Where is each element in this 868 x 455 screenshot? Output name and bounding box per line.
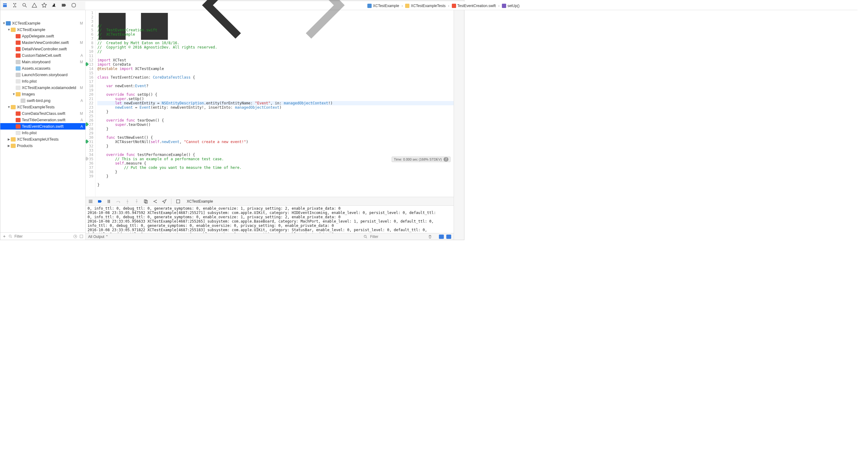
- line-number[interactable]: 5: [86, 28, 93, 32]
- tree-row[interactable]: AppDelegate.swift: [0, 33, 85, 39]
- tree-row[interactable]: MasterViewController.swiftM: [0, 39, 85, 46]
- line-number[interactable]: 35: [86, 157, 93, 161]
- report-navigator-icon[interactable]: [71, 2, 76, 8]
- utilities-rail[interactable]: [454, 10, 464, 240]
- code-line[interactable]: let newEventEntity = NSEntityDescription…: [97, 101, 454, 105]
- code-line[interactable]: [97, 88, 454, 92]
- disclosure-triangle-icon[interactable]: ▼: [12, 92, 16, 96]
- tree-row[interactable]: Assets.xcassets: [0, 65, 85, 71]
- code-line[interactable]: // Put the code you want to measure the …: [97, 165, 454, 170]
- line-number[interactable]: 4: [86, 24, 93, 28]
- line-number[interactable]: 25: [86, 114, 93, 118]
- simulate-location-icon[interactable]: [162, 199, 167, 204]
- code-line[interactable]: @testable import XCTestExample: [97, 67, 454, 71]
- source-control-navigator-icon[interactable]: [12, 2, 18, 8]
- line-number[interactable]: 36: [86, 161, 93, 165]
- debug-target-label[interactable]: XCTestExample: [187, 199, 213, 203]
- test-success-icon[interactable]: [86, 122, 89, 127]
- code-line[interactable]: XCTAssertNotNil(self.newEvent, "Cannot c…: [97, 140, 454, 144]
- line-number[interactable]: 32: [86, 144, 93, 148]
- line-number[interactable]: 3: [86, 19, 93, 24]
- code-line[interactable]: override func setUp() {: [97, 92, 454, 97]
- breakpoints-toggle-icon[interactable]: [97, 199, 102, 204]
- step-over-icon[interactable]: [116, 199, 121, 204]
- code-line[interactable]: override func testPerformanceExample() {: [97, 153, 454, 157]
- tree-row[interactable]: TestEventCreation.swiftA: [0, 123, 85, 130]
- code-line[interactable]: //: [97, 50, 454, 54]
- line-number[interactable]: 10: [86, 50, 93, 54]
- line-number[interactable]: 26: [86, 118, 93, 123]
- line-number[interactable]: 9: [86, 45, 93, 50]
- line-number[interactable]: 22: [86, 101, 93, 105]
- code-area[interactable]: //// TestEventCreation.swift// XCTestExa…: [95, 11, 454, 197]
- code-line[interactable]: var newEvent:Event?: [97, 84, 454, 88]
- line-number[interactable]: 20: [86, 92, 93, 97]
- line-number[interactable]: 29: [86, 131, 93, 135]
- issue-navigator-icon[interactable]: [32, 2, 37, 8]
- line-number[interactable]: 27: [86, 123, 93, 127]
- code-line[interactable]: // Copyright © 2016 AgnosticDev. All rig…: [97, 45, 454, 50]
- line-number[interactable]: 39: [86, 174, 93, 178]
- breadcrumb-symbol[interactable]: setUp(): [502, 4, 519, 8]
- code-line[interactable]: // XCTestExample: [97, 32, 454, 36]
- line-number[interactable]: 8: [86, 41, 93, 45]
- line-number[interactable]: 24: [86, 109, 93, 114]
- line-number-gutter[interactable]: 1234567891011121314151617181920212223242…: [86, 11, 95, 197]
- hide-debug-icon[interactable]: [88, 199, 93, 204]
- tree-row[interactable]: Info.plist: [0, 130, 85, 136]
- code-line[interactable]: import XCTest: [97, 58, 454, 62]
- line-number[interactable]: 2: [86, 15, 93, 19]
- code-line[interactable]: class TestEventCreation: CoreDataTestCla…: [97, 75, 454, 79]
- console-view-toggle[interactable]: [446, 234, 451, 239]
- code-line[interactable]: [97, 71, 454, 75]
- line-number[interactable]: 16: [86, 75, 93, 79]
- code-line[interactable]: }: [97, 170, 454, 174]
- step-into-icon[interactable]: [125, 199, 130, 204]
- code-line[interactable]: override func tearDown() {: [97, 118, 454, 123]
- debug-memory-graph-icon[interactable]: [153, 199, 158, 204]
- step-out-icon[interactable]: [134, 199, 139, 204]
- disclosure-triangle-icon[interactable]: ▼: [7, 28, 11, 31]
- add-button[interactable]: ＋: [2, 234, 6, 239]
- line-number[interactable]: 17: [86, 79, 93, 84]
- code-line[interactable]: super.tearDown(): [97, 123, 454, 127]
- code-line[interactable]: // TestEventCreation.swift: [97, 28, 454, 32]
- line-number[interactable]: 11: [86, 54, 93, 58]
- code-line[interactable]: import CoreData: [97, 62, 454, 67]
- line-number[interactable]: 33: [86, 148, 93, 153]
- tree-row[interactable]: XCTestExample.xcdatamodeldM: [0, 85, 85, 91]
- source-editor[interactable]: 1234567891011121314151617181920212223242…: [86, 11, 454, 197]
- line-number[interactable]: 12: [86, 58, 93, 62]
- code-line[interactable]: func testNewEvent() {: [97, 135, 454, 140]
- performance-result-badge[interactable]: Time: 0.000 sec (168% STDEV) 2: [392, 157, 451, 162]
- line-number[interactable]: 14: [86, 67, 93, 71]
- line-number[interactable]: 37: [86, 165, 93, 170]
- trash-icon[interactable]: [428, 234, 432, 239]
- line-number[interactable]: 7: [86, 36, 93, 41]
- test-marker-icon[interactable]: [86, 157, 89, 161]
- code-line[interactable]: [97, 131, 454, 135]
- console-filter-input[interactable]: [370, 234, 425, 239]
- disclosure-triangle-icon[interactable]: ▶: [7, 137, 11, 141]
- tree-row[interactable]: ▼XCTestExampleTests: [0, 104, 85, 110]
- code-line[interactable]: [97, 79, 454, 84]
- variables-view-toggle[interactable]: [439, 234, 444, 239]
- code-line[interactable]: }: [97, 127, 454, 131]
- debug-view-hierarchy-icon[interactable]: [144, 199, 148, 204]
- line-number[interactable]: 6: [86, 32, 93, 36]
- tree-row[interactable]: CustomTableCell.swiftA: [0, 52, 85, 59]
- test-success-icon[interactable]: [86, 62, 89, 66]
- find-navigator-icon[interactable]: [22, 2, 27, 8]
- code-line[interactable]: super.setUp(): [97, 97, 454, 101]
- disclosure-triangle-icon[interactable]: ▼: [7, 105, 11, 109]
- code-line[interactable]: }: [97, 144, 454, 148]
- tree-row[interactable]: TestTitleGeneration.swiftA: [0, 117, 85, 123]
- disclosure-triangle-icon[interactable]: ▼: [2, 22, 6, 25]
- code-line[interactable]: [97, 54, 454, 58]
- line-number[interactable]: 30: [86, 135, 93, 140]
- breakpoint-navigator-icon[interactable]: [61, 2, 67, 8]
- line-number[interactable]: 28: [86, 127, 93, 131]
- tree-row[interactable]: ▼Images: [0, 91, 85, 97]
- continue-icon[interactable]: [106, 199, 112, 204]
- debug-navigator-icon[interactable]: [51, 2, 57, 8]
